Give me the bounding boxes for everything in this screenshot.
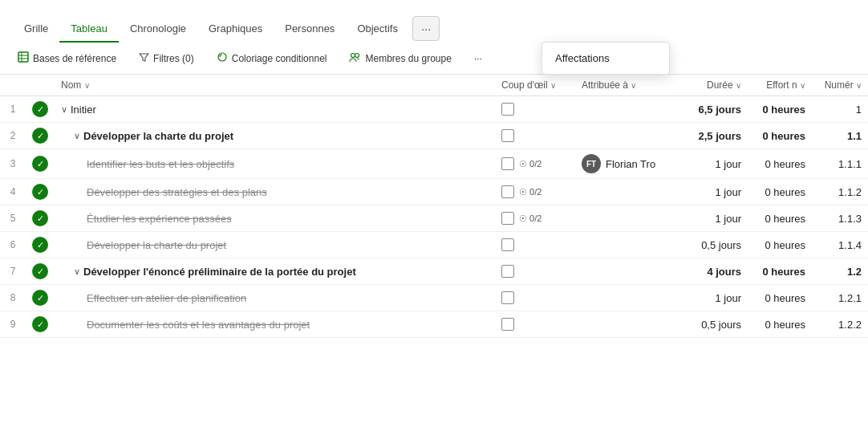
task-preview-cell[interactable] (495, 123, 575, 149)
task-preview-cell[interactable]: ☉ 0/2 (495, 149, 575, 179)
expand-icon[interactable]: ∨ (74, 266, 80, 277)
task-preview-cell[interactable]: ☉ 0/2 (495, 179, 575, 205)
green-check-icon: ✓ (32, 316, 48, 332)
bases-reference-button[interactable]: Bases de référence (13, 49, 121, 67)
preview-checkbox-icon[interactable] (501, 212, 514, 225)
col-header-preview[interactable]: Coup d'œil ∨ (495, 75, 575, 96)
task-effort-cell: 0 heures (748, 285, 812, 311)
preview-check-count: ☉ 0/2 (519, 187, 541, 197)
task-assigned-cell (575, 96, 679, 123)
nav-more-button[interactable]: ··· (412, 16, 440, 41)
task-preview-cell[interactable]: ☉ 0/2 (495, 205, 575, 232)
task-preview-cell[interactable] (495, 232, 575, 258)
assigned-name: Florian Tro (606, 158, 655, 170)
row-number: 8 (0, 285, 26, 311)
nav-objectifs[interactable]: Objectifs (346, 16, 409, 43)
preview-checkbox-icon[interactable] (501, 129, 514, 142)
table-row: 3✓Identifier les buts et les objectifs☉ … (0, 149, 868, 179)
preview-checkbox-icon[interactable] (501, 291, 514, 304)
task-name-label: Développer la charte du projet (87, 239, 226, 251)
nav-tableau[interactable]: Tableau (59, 16, 119, 43)
col-header-name[interactable]: Nom ∨ (55, 75, 495, 96)
svg-point-6 (355, 53, 359, 57)
task-duration-cell: 1 jour (679, 285, 748, 311)
nav-graphiques[interactable]: Graphiques (197, 16, 274, 43)
row-status: ✓ (26, 205, 55, 232)
coloriage-button[interactable]: Coloriage conditionnel (212, 49, 332, 67)
filtres-button[interactable]: Filtres (0) (134, 50, 199, 67)
preview-checkbox-icon[interactable] (501, 103, 514, 116)
task-assigned-cell (575, 232, 679, 258)
col-header-status (26, 75, 55, 96)
task-effort-cell: 0 heures (748, 232, 812, 258)
preview-checkbox-icon[interactable] (501, 185, 514, 198)
membres-button[interactable]: Membres du groupe (344, 50, 456, 67)
table-row: 1✓∨Initier6,5 jours0 heures1 (0, 96, 868, 123)
task-number-cell: 1.1.2 (812, 179, 868, 205)
expand-icon[interactable]: ∨ (61, 104, 67, 115)
filter-icon (139, 52, 149, 65)
task-name-cell[interactable]: ∨Initier (55, 96, 495, 123)
preview-checkbox-icon[interactable] (501, 265, 514, 278)
task-name-label: Effectuer un atelier de planification (87, 292, 246, 304)
row-status: ✓ (26, 285, 55, 311)
row-number: 3 (0, 149, 26, 179)
nav-personnes[interactable]: Personnes (274, 16, 346, 43)
task-effort-cell: 0 heures (748, 311, 812, 338)
task-name-cell[interactable]: Étudier les expérience passées (55, 205, 495, 232)
task-name-cell[interactable]: Effectuer un atelier de planification (55, 285, 495, 311)
task-name-cell[interactable]: Identifier les buts et les objectifs (55, 149, 495, 179)
toolbar: Bases de référence Filtres (0) Coloriage… (0, 43, 868, 75)
task-name-label: Documenter les coûts et les avantages du… (87, 319, 310, 331)
task-effort-cell: 0 heures (748, 258, 812, 285)
preview-checkbox-icon[interactable] (501, 318, 514, 331)
task-name-label: Développer la charte du projet (83, 130, 233, 142)
row-status: ✓ (26, 258, 55, 285)
task-number-cell: 1.1.1 (812, 149, 868, 179)
preview-checkbox-icon[interactable] (501, 238, 514, 251)
task-name-label: Initier (71, 104, 96, 116)
task-name-label: Développer des stratégies et des plans (87, 186, 267, 198)
task-assigned-cell (575, 285, 679, 311)
task-preview-cell[interactable] (495, 311, 575, 338)
col-header-assigned[interactable]: Attribuée à ∨ (575, 75, 679, 96)
nav-chronologie[interactable]: Chronologie (119, 16, 197, 43)
expand-icon[interactable]: ∨ (74, 131, 80, 141)
task-duration-cell: 4 jours (679, 258, 748, 285)
nav-grille[interactable]: Grille (13, 16, 59, 43)
col-header-number[interactable]: Numér ∨ (812, 75, 868, 96)
more-icon: ··· (474, 53, 482, 64)
task-duration-cell: 6,5 jours (679, 96, 748, 123)
task-duration-cell: 1 jour (679, 149, 748, 179)
task-name-cell[interactable]: ∨Développer l'énoncé préliminaire de la … (55, 258, 495, 285)
task-preview-cell[interactable] (495, 285, 575, 311)
row-status: ✓ (26, 149, 55, 179)
people-icon (349, 52, 361, 65)
task-preview-cell[interactable] (495, 96, 575, 123)
task-effort-cell: 0 heures (748, 149, 812, 179)
sort-arrow-effort: ∨ (800, 81, 805, 90)
task-assigned-cell (575, 179, 679, 205)
col-header-effort[interactable]: Effort n ∨ (748, 75, 812, 96)
dropdown-affectations[interactable]: Affectations (542, 46, 669, 71)
preview-check-count: ☉ 0/2 (519, 159, 541, 169)
table-container: Nom ∨ Coup d'œil ∨ Attribuée à ∨ Durée ∨… (0, 75, 868, 393)
sort-arrow-assigned: ∨ (631, 81, 636, 90)
coloriage-label: Coloriage conditionnel (232, 53, 327, 64)
task-preview-cell[interactable] (495, 258, 575, 285)
table-row: 7✓∨Développer l'énoncé préliminaire de l… (0, 258, 868, 285)
col-header-rownum (0, 75, 26, 96)
task-name-cell[interactable]: Développer la charte du projet (55, 232, 495, 258)
row-number: 5 (0, 205, 26, 232)
row-status: ✓ (26, 179, 55, 205)
toolbar-more-button[interactable]: ··· (469, 51, 487, 67)
task-name-cell[interactable]: Documenter les coûts et les avantages du… (55, 311, 495, 338)
task-name-cell[interactable]: ∨Développer la charte du projet (55, 123, 495, 149)
col-header-duration[interactable]: Durée ∨ (679, 75, 748, 96)
paint-icon (217, 51, 228, 65)
avatar: FT (582, 154, 601, 173)
task-effort-cell: 0 heures (748, 96, 812, 123)
task-table: Nom ∨ Coup d'œil ∨ Attribuée à ∨ Durée ∨… (0, 75, 868, 338)
preview-checkbox-icon[interactable] (501, 157, 514, 170)
task-name-cell[interactable]: Développer des stratégies et des plans (55, 179, 495, 205)
